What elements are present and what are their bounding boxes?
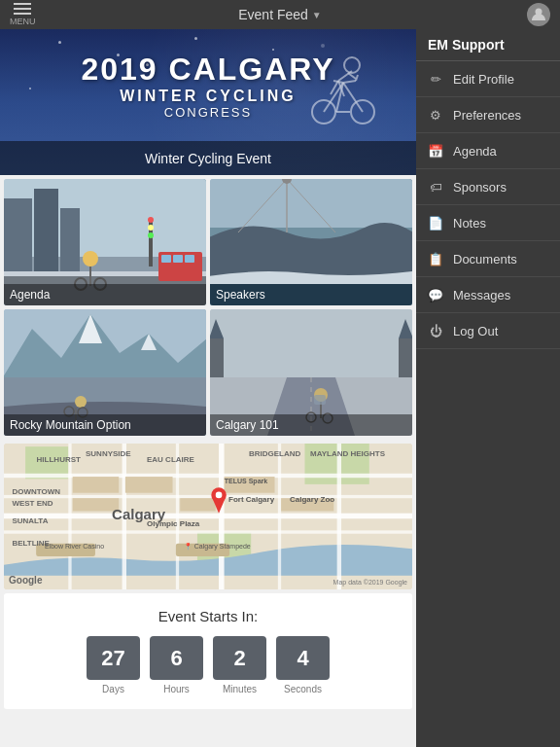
countdown-hours-unit: Hours <box>163 684 190 694</box>
tile-speakers[interactable]: Speakers <box>210 179 412 305</box>
sponsors-icon: 🏷 <box>428 179 443 195</box>
sidebar-item-edit-profile-label: Edit Profile <box>453 72 514 87</box>
svg-point-23 <box>148 217 154 223</box>
countdown-boxes: 27 Days 6 Hours 2 Minutes 4 Seconds <box>87 636 330 694</box>
sidebar-item-agenda[interactable]: 📅 Agenda <box>416 133 560 169</box>
svg-rect-75 <box>73 477 120 493</box>
tile-speakers-label: Speakers <box>210 284 412 305</box>
agenda-icon: 📅 <box>428 143 443 159</box>
svg-rect-72 <box>219 444 225 589</box>
countdown-hours-value: 6 <box>150 636 203 680</box>
svg-rect-20 <box>34 189 58 271</box>
svg-rect-66 <box>4 495 412 498</box>
banner-caption: Winter Cycling Event <box>0 141 416 175</box>
map-section[interactable]: Calgary HILLHURST SUNNYSIDE EAU CLAIRE B… <box>4 444 412 589</box>
tile-calgary101-label: Calgary 101 <box>210 414 412 436</box>
app-header: MENU Event Feed ▼ <box>0 0 560 29</box>
countdown-seconds-unit: Seconds <box>284 684 322 694</box>
dropdown-arrow-icon: ▼ <box>312 10 322 20</box>
svg-rect-32 <box>173 255 183 263</box>
countdown-minutes: 2 Minutes <box>213 636 266 694</box>
main-layout: 2019 CALGARY WINTER CYCLING CONGRESS Win… <box>0 29 560 747</box>
tile-rocky[interactable]: Rocky Mountain Option <box>4 309 206 436</box>
countdown-section: Event Starts In: 27 Days 6 Hours 2 Minut… <box>4 593 412 709</box>
countdown-seconds-value: 4 <box>276 636 330 680</box>
banner-text: 2019 CALGARY WINTER CYCLING CONGRESS <box>0 29 416 141</box>
svg-rect-60 <box>314 395 326 405</box>
svg-rect-69 <box>68 444 71 589</box>
sidebar-item-sponsors[interactable]: 🏷 Sponsors <box>416 169 560 205</box>
preferences-icon: ⚙ <box>428 107 443 123</box>
sidebar-item-agenda-label: Agenda <box>453 144 497 159</box>
content-area[interactable]: 2019 CALGARY WINTER CYCLING CONGRESS Win… <box>0 29 416 747</box>
sidebar-item-sponsors-label: Sponsors <box>453 180 507 195</box>
sidebar-item-notes[interactable]: 📄 Notes <box>416 205 560 241</box>
notes-icon: 📄 <box>428 215 443 231</box>
header-title[interactable]: Event Feed ▼ <box>238 7 322 22</box>
sidebar-item-documents[interactable]: 📋 Documents <box>416 241 560 277</box>
messages-icon: 💬 <box>428 287 443 302</box>
svg-rect-68 <box>4 530 412 533</box>
tile-rocky-label: Rocky Mountain Option <box>4 414 206 436</box>
sidebar-item-documents-label: Documents <box>453 252 517 267</box>
svg-rect-73 <box>278 444 281 589</box>
tile-agenda[interactable]: Agenda <box>4 179 206 305</box>
user-avatar[interactable] <box>527 3 550 26</box>
sidebar-item-preferences[interactable]: ⚙ Preferences <box>416 97 560 133</box>
map-logo: Google <box>9 575 42 586</box>
map-attribution: Map data ©2019 Google <box>333 579 407 586</box>
svg-rect-19 <box>4 198 32 271</box>
svg-point-25 <box>148 232 154 238</box>
event-banner[interactable]: 2019 CALGARY WINTER CYCLING CONGRESS Win… <box>0 29 416 175</box>
tiles-grid: Agenda <box>0 175 416 440</box>
svg-point-24 <box>148 225 154 231</box>
svg-rect-49 <box>210 309 412 377</box>
svg-rect-33 <box>185 255 194 263</box>
countdown-minutes-value: 2 <box>213 636 266 680</box>
svg-rect-21 <box>60 208 80 271</box>
sidebar-item-messages-label: Messages <box>453 288 510 302</box>
svg-rect-31 <box>161 255 171 263</box>
menu-button[interactable]: MENU <box>10 3 36 26</box>
svg-rect-74 <box>337 444 341 589</box>
sidebar: EM Support ✏ Edit Profile ⚙ Preferences … <box>416 29 560 747</box>
sidebar-item-logout-label: Log Out <box>453 324 498 338</box>
documents-icon: 📋 <box>428 251 443 267</box>
countdown-days-unit: Days <box>102 684 124 694</box>
svg-point-44 <box>75 396 87 408</box>
tile-calgary101[interactable]: Calgary 101 <box>210 309 412 436</box>
sidebar-item-edit-profile[interactable]: ✏ Edit Profile <box>416 61 560 97</box>
svg-rect-71 <box>176 444 179 589</box>
countdown-title: Event Starts In: <box>158 608 259 624</box>
svg-rect-78 <box>180 498 215 511</box>
countdown-days: 27 Days <box>87 636 140 694</box>
svg-rect-77 <box>125 477 173 493</box>
sidebar-item-preferences-label: Preferences <box>453 108 521 123</box>
svg-rect-65 <box>4 474 412 478</box>
svg-rect-67 <box>4 514 412 519</box>
countdown-days-value: 27 <box>87 636 140 680</box>
svg-point-85 <box>216 492 223 499</box>
countdown-minutes-unit: Minutes <box>223 684 257 694</box>
countdown-seconds: 4 Seconds <box>276 636 330 694</box>
countdown-hours: 6 Hours <box>150 636 203 694</box>
edit-profile-icon: ✏ <box>428 71 443 87</box>
logout-icon: ⏻ <box>428 323 443 338</box>
sidebar-item-messages[interactable]: 💬 Messages <box>416 277 560 313</box>
sidebar-header: EM Support <box>416 29 560 61</box>
tile-agenda-label: Agenda <box>4 284 206 305</box>
svg-point-26 <box>83 251 98 267</box>
sidebar-item-logout[interactable]: ⏻ Log Out <box>416 313 560 349</box>
sidebar-item-notes-label: Notes <box>453 216 486 231</box>
